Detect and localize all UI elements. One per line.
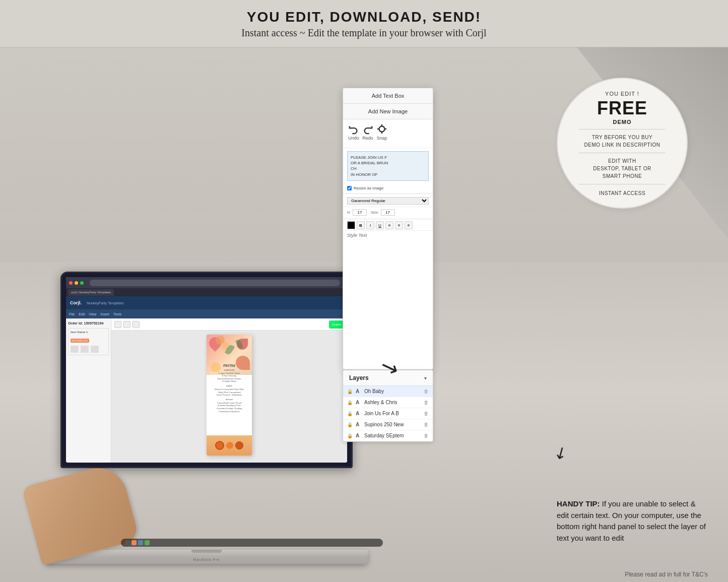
layer-item-4[interactable]: 🔒 A Supinos 250 New 🗑 [343, 419, 433, 430]
demo-divider-3 [579, 184, 666, 184]
layer-name-2: Ashley & Chris [364, 400, 421, 405]
demo-edit-with: EDIT WITH DESKTOP, TABLET OR SMART PHONE [593, 157, 651, 180]
layer-name-4: Supinos 250 New [364, 422, 421, 427]
fruit-3 [235, 441, 243, 449]
corjl-header: Corjl. NookeyParty Templates [66, 296, 347, 309]
align-left-button[interactable]: ≡ [385, 221, 393, 229]
layer-type-2: A [356, 400, 362, 405]
add-new-image-button[interactable]: Add New Image [343, 104, 433, 119]
layer-item-3[interactable]: 🔒 A Join Us For A B 🗑 [343, 408, 433, 419]
layer-item-2[interactable]: 🔒 A Ashley & Chris 🗑 [343, 397, 433, 408]
menu-mains-title: mains [209, 384, 250, 387]
font-size-row: H: Size: [343, 207, 433, 218]
demo-instant-access: INSTANT ACCESS [599, 190, 645, 196]
fruit-1 [215, 441, 224, 450]
corjl-floating-panel: Add Text Box Add New Image Undo [343, 88, 433, 370]
footer-text: Please read ad in full for T&C's [625, 571, 708, 578]
panel-divider-1 [343, 193, 433, 194]
action-btn-3[interactable] [91, 346, 99, 353]
toolbar-btn-zoom-out[interactable] [114, 321, 121, 328]
underline-button[interactable]: U [376, 221, 384, 229]
browser-address-bar[interactable] [90, 280, 340, 286]
layer-lock-icon-1: 🔒 [347, 389, 353, 394]
laptop: corjl | NookeyParty Templates Corjl. Noo… [30, 272, 383, 564]
layer-name-3: Join Us For A B [364, 411, 421, 416]
nav-edit[interactable]: Edit [79, 312, 85, 316]
taskbar-item-2[interactable] [131, 540, 137, 545]
nav-insert[interactable]: Insert [100, 312, 109, 316]
taskbar-item-4[interactable] [145, 540, 150, 545]
layer-name-5: Saturday SEptem [364, 433, 421, 438]
size-label-2: Size: [371, 211, 379, 214]
macbook-label: MacBook Pro [193, 558, 220, 561]
layer-delete-2[interactable]: 🗑 [424, 400, 429, 405]
align-right-button[interactable]: ≡ [405, 221, 413, 229]
main-area: YOU EDIT ! FREE DEMO TRY BEFORE YOU BUY … [0, 47, 728, 582]
order-id-label: Order Id: 1509752194 [68, 321, 109, 325]
layer-lock-icon-5: 🔒 [347, 433, 353, 438]
layer-type-3: A [356, 411, 362, 416]
browser-minimize-dot [75, 281, 78, 285]
add-text-box-button[interactable]: Add Text Box [343, 88, 433, 104]
font-size-input[interactable] [381, 209, 395, 216]
layer-item-5[interactable]: 🔒 A Saturday SEptem 🗑 [343, 430, 433, 441]
canvas-area: menu STARTERSCrispy Fried Roll, Sweet& S… [111, 331, 347, 463]
demo-divider-2 [579, 153, 666, 153]
item-label: Item Name 1 [71, 331, 106, 334]
undo-tool[interactable]: Undo [348, 123, 359, 141]
snap-label: Snap [376, 136, 387, 141]
format-buttons-row: B I U ≡ ≡ ≡ [343, 220, 433, 230]
header-title: YOU EDIT, DOWNLOAD, SEND! [10, 9, 718, 25]
nav-view[interactable]: View [89, 312, 96, 316]
layer-delete-5[interactable]: 🗑 [424, 433, 429, 438]
handy-tip-text: HANDY TIP: If you are unable to select &… [557, 498, 708, 544]
browser-active-tab[interactable]: corjl | NookeyParty Templates [68, 289, 114, 296]
layer-delete-3[interactable]: 🗑 [424, 411, 429, 416]
layer-delete-4[interactable]: 🗑 [424, 422, 429, 427]
layer-item-1[interactable]: 🔒 A Oh Baby 🗑 [343, 386, 433, 397]
taskbar-item-3[interactable] [138, 540, 143, 545]
color-swatch[interactable] [347, 221, 355, 229]
menu-starters: STARTERSCrispy Fried Roll, Sweet& Sour D… [209, 369, 250, 383]
resize-checkbox[interactable] [347, 186, 352, 190]
layer-delete-1[interactable]: 🗑 [424, 389, 429, 394]
snap-tool[interactable]: Snap [376, 123, 387, 141]
free-demo-badge: YOU EDIT ! FREE DEMO TRY BEFORE YOU BUY … [557, 78, 688, 209]
corjl-canvas-main: Orders [111, 318, 347, 463]
action-btn-2[interactable] [81, 346, 89, 353]
layer-lock-icon-4: 🔒 [347, 422, 353, 427]
laptop-screen: corjl | NookeyParty Templates Corjl. Noo… [60, 272, 353, 468]
taskbar-item-1[interactable] [125, 540, 130, 545]
laptop-base: MacBook Pro [45, 550, 368, 564]
layer-type-1: A [356, 389, 362, 394]
panel-tools-row: Undo Redo [343, 119, 433, 148]
menu-text: menu STARTERSCrispy Fried Roll, Sweet& S… [207, 360, 252, 415]
demo-divider-1 [579, 129, 666, 130]
panel-text-content-box[interactable]: PLEASE JOIN US FOR A BRIDAL BRUNCHIN HON… [347, 151, 429, 181]
resize-as-image-row: Resize as image [343, 184, 433, 192]
italic-button[interactable]: I [366, 221, 374, 229]
corjl-sidebar: Order Id: 1509752194 Item Name 1 INCOMPL… [66, 318, 111, 463]
height-input[interactable] [353, 209, 367, 216]
menu-title: menu [209, 362, 250, 368]
align-center-button[interactable]: ≡ [395, 221, 403, 229]
redo-tool[interactable]: Redo [362, 123, 373, 141]
nav-tools[interactable]: Tools [113, 312, 121, 316]
font-select[interactable]: Garamond Regular [347, 197, 429, 205]
fruit-2 [226, 442, 233, 449]
bold-button[interactable]: B [357, 221, 365, 229]
menu-card-bottom [207, 435, 252, 456]
taskbar [121, 539, 383, 547]
svg-point-0 [379, 126, 385, 132]
demo-free-label: FREE [597, 98, 647, 119]
demo-you-edit-label: YOU EDIT ! [605, 91, 639, 97]
menu-dessert-title: dessert [209, 398, 250, 401]
nav-file[interactable]: File [69, 312, 75, 316]
demo-try-before: TRY BEFORE YOU BUY DEMO LINK IN DESCRIPT… [584, 134, 660, 149]
toolbar-btn-zoom-in[interactable] [123, 321, 130, 328]
toolbar-orders-btn[interactable]: Orders [329, 320, 344, 329]
action-btn-1[interactable] [71, 346, 79, 353]
toolbar-btn-undo[interactable] [133, 321, 140, 328]
layer-lock-icon-3: 🔒 [347, 411, 353, 416]
layer-name-1: Oh Baby [364, 389, 421, 394]
